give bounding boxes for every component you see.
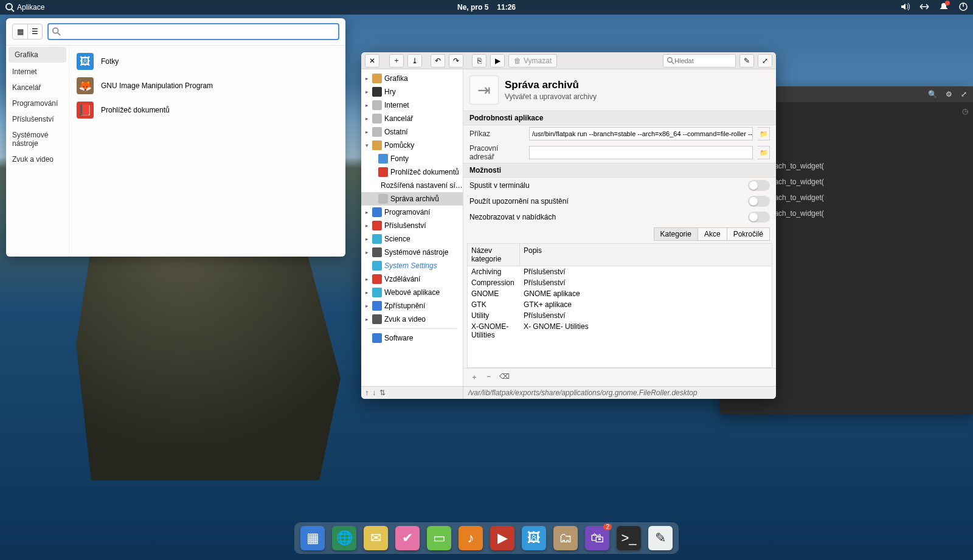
svg-point-4 — [53, 28, 58, 33]
tree-node[interactable]: Software — [361, 331, 463, 345]
dock-mail[interactable]: ✉ — [364, 526, 388, 550]
option-switch[interactable] — [748, 212, 770, 223]
editor-search-box[interactable] — [663, 54, 736, 67]
dock-launcher[interactable]: ▦ — [300, 526, 325, 550]
tree-node[interactable]: ▸ Systémové nástroje — [361, 246, 463, 259]
tree-node[interactable]: ▸ Internet — [361, 99, 463, 112]
tree-node[interactable]: Prohlížeč dokumentů — [361, 165, 463, 179]
category-item[interactable]: Programování — [6, 95, 69, 111]
tree-up-button[interactable]: ↑ — [365, 389, 369, 397]
tree-node[interactable]: ▸ Grafika — [361, 72, 463, 85]
app-search-box[interactable] — [47, 23, 339, 40]
tab-categories[interactable]: Kategorie — [654, 227, 698, 241]
tree-arrow-icon: ▸ — [364, 89, 370, 95]
category-item[interactable]: Grafika — [9, 47, 66, 63]
applications-menu-button[interactable]: Aplikace — [5, 2, 44, 12]
add-button[interactable]: ＋ — [389, 54, 404, 67]
tree-node[interactable]: ▸ Programování — [361, 206, 463, 219]
category-item[interactable]: Zvuk a video — [6, 151, 69, 167]
power-icon[interactable] — [958, 2, 968, 13]
category-item[interactable]: Internet — [6, 64, 69, 80]
app-item[interactable]: 🦊 GNU Image Manipulation Program — [72, 74, 343, 98]
tree-node[interactable]: ▾ Pomůcky — [361, 139, 463, 152]
duplicate-button[interactable]: ⎘ — [472, 54, 486, 67]
tree-node[interactable]: Rozšířená nastavení sí… — [361, 179, 463, 192]
option-switch[interactable] — [748, 196, 770, 207]
clear-button[interactable]: 🗑 Vymazat — [508, 54, 557, 67]
dock-software[interactable]: 🛍 — [585, 526, 609, 550]
tree-node[interactable]: ▸ Kancelář — [361, 112, 463, 125]
list-view-button[interactable]: ☰ — [27, 24, 42, 39]
category-item[interactable]: Kancelář — [6, 80, 69, 95]
tree-node[interactable]: ▸ Zpřístupnění — [361, 299, 463, 313]
cat-desc: GNOME aplikace — [524, 289, 768, 298]
tree-label: Zvuk a video — [384, 315, 426, 323]
cat-header-name[interactable]: Název kategorie — [468, 244, 520, 266]
tree-node[interactable]: ▸ Ostatní — [361, 125, 463, 139]
dock-browser[interactable]: 🌐 — [332, 526, 356, 550]
fullscreen-button[interactable]: ⤢ — [758, 54, 772, 67]
dock-photos[interactable]: 🖼 — [522, 526, 546, 550]
save-button[interactable]: ⤓ — [407, 54, 422, 67]
run-button[interactable]: ▶ — [490, 54, 505, 67]
cat-header-desc[interactable]: Popis — [520, 244, 772, 266]
app-item[interactable]: 📕 Prohlížeč dokumentů — [72, 98, 343, 122]
table-row[interactable]: CompressionPříslušenství — [468, 277, 772, 288]
tree-node[interactable]: System Settings — [361, 259, 463, 272]
dock-files[interactable]: 🗂 — [553, 526, 578, 550]
network-icon[interactable] — [919, 2, 929, 13]
tree-node[interactable]: Fonty — [361, 152, 463, 165]
command-field[interactable]: /usr/bin/flatpak run --branch=stable --a… — [529, 127, 753, 140]
term-fullscreen-button[interactable]: ⤢ — [961, 90, 967, 99]
undo-button[interactable]: ↶ — [431, 54, 445, 67]
dock-terminal[interactable]: >_ — [617, 526, 641, 550]
table-row[interactable]: GTKGTK+ aplikace — [468, 299, 772, 310]
dock-notes[interactable]: ✔ — [395, 526, 420, 550]
app-icon[interactable]: ⇥ — [469, 75, 499, 105]
category-item[interactable]: Systémové nástroje — [6, 127, 69, 151]
table-row[interactable]: ArchivingPříslušenství — [468, 266, 772, 277]
tree-node[interactable]: ▸ Hry — [361, 85, 463, 99]
topbar-date[interactable]: Ne, pro 5 — [457, 3, 488, 12]
option-switch[interactable] — [748, 180, 770, 191]
app-search-input[interactable] — [61, 27, 334, 36]
cat-add-button[interactable]: ＋ — [468, 371, 480, 384]
editor-search-input[interactable] — [674, 57, 723, 64]
menu-editor-window: ✕ ＋ ⤓ ↶ ↷ ⎘ ▶ 🗑 Vymazat ✎ ⤢ ▸ Grafika▸ H… — [361, 52, 776, 399]
cat-clear-button[interactable]: ⌫ — [497, 371, 512, 384]
table-row[interactable]: UtilityPříslušenství — [468, 310, 772, 321]
cat-remove-button[interactable]: − — [484, 371, 493, 384]
table-row[interactable]: GNOMEGNOME aplikace — [468, 288, 772, 299]
tree-node[interactable]: ▸ Vzdělávání — [361, 272, 463, 286]
tree-label: Zpřístupnění — [384, 302, 425, 310]
workdir-browse-button[interactable]: 📁 — [758, 146, 770, 159]
term-settings-button[interactable]: ⚙ — [946, 90, 952, 99]
tree-node[interactable]: Správa archivů — [361, 192, 463, 206]
app-item[interactable]: 🖼 Fotky — [72, 49, 343, 74]
tab-advanced[interactable]: Pokročilé — [727, 227, 770, 241]
term-search-button[interactable]: 🔍 — [928, 90, 937, 99]
dock-calendar[interactable]: ▭ — [427, 526, 451, 550]
tree-node[interactable]: ▸ Science — [361, 232, 463, 246]
volume-icon[interactable] — [900, 2, 910, 13]
close-button[interactable]: ✕ — [365, 54, 379, 67]
redo-button[interactable]: ↷ — [449, 54, 463, 67]
tree-node[interactable]: ▸ Příslušenství — [361, 219, 463, 232]
dock-music[interactable]: ♪ — [459, 526, 483, 550]
table-row[interactable]: X-GNOME-UtilitiesX- GNOME- Utilities — [468, 321, 772, 340]
dock-textedit[interactable]: ✎ — [648, 526, 673, 550]
tree-down-button[interactable]: ↓ — [372, 389, 376, 397]
category-item[interactable]: Příslušenství — [6, 111, 69, 127]
app-icon: 🦊 — [77, 77, 94, 94]
tree-sort-button[interactable]: ⇅ — [379, 389, 386, 397]
dock-video[interactable]: ▶ — [490, 526, 514, 550]
tree-node[interactable]: ▸ Zvuk a video — [361, 313, 463, 326]
tab-actions[interactable]: Akce — [698, 227, 727, 241]
workdir-field[interactable] — [529, 146, 753, 159]
notifications-icon[interactable] — [939, 2, 949, 13]
command-browse-button[interactable]: 📁 — [758, 127, 770, 140]
topbar-time[interactable]: 11:26 — [497, 3, 516, 12]
grid-view-button[interactable]: ▦ — [13, 24, 27, 39]
tree-node[interactable]: ▸ Webové aplikace — [361, 286, 463, 299]
properties-button[interactable]: ✎ — [739, 54, 754, 67]
